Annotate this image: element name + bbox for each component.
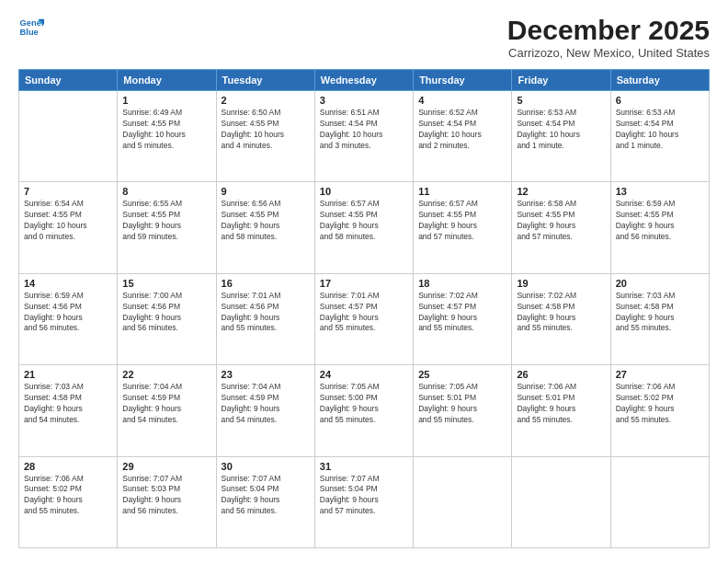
table-row: 9Sunrise: 6:56 AM Sunset: 4:55 PM Daylig… <box>216 182 314 273</box>
table-row: 12Sunrise: 6:58 AM Sunset: 4:55 PM Dayli… <box>512 182 610 273</box>
table-row: 14Sunrise: 6:59 AM Sunset: 4:56 PM Dayli… <box>19 273 118 364</box>
table-row: 10Sunrise: 6:57 AM Sunset: 4:55 PM Dayli… <box>314 182 413 273</box>
day-number: 25 <box>418 369 506 380</box>
month-title: December 2025 <box>507 15 710 46</box>
day-number: 12 <box>517 186 605 197</box>
day-info: Sunrise: 7:05 AM Sunset: 5:00 PM Dayligh… <box>320 382 408 426</box>
col-sunday: Sunday <box>19 70 118 91</box>
header: General Blue December 2025 Carrizozo, Ne… <box>18 15 710 60</box>
table-row: 25Sunrise: 7:05 AM Sunset: 5:01 PM Dayli… <box>414 365 512 456</box>
svg-text:Blue: Blue <box>20 28 39 37</box>
day-info: Sunrise: 7:07 AM Sunset: 5:04 PM Dayligh… <box>320 474 408 518</box>
day-info: Sunrise: 7:00 AM Sunset: 4:56 PM Dayligh… <box>122 291 210 335</box>
calendar-header-row: Sunday Monday Tuesday Wednesday Thursday… <box>19 70 710 91</box>
day-number: 31 <box>320 461 408 472</box>
table-row: 28Sunrise: 7:06 AM Sunset: 5:02 PM Dayli… <box>19 456 118 547</box>
day-number: 15 <box>122 278 210 289</box>
week-row-2: 7Sunrise: 6:54 AM Sunset: 4:55 PM Daylig… <box>19 182 710 273</box>
table-row <box>610 456 709 547</box>
title-block: December 2025 Carrizozo, New Mexico, Uni… <box>507 15 710 60</box>
table-row: 19Sunrise: 7:02 AM Sunset: 4:58 PM Dayli… <box>512 273 610 364</box>
table-row: 29Sunrise: 7:07 AM Sunset: 5:03 PM Dayli… <box>118 456 216 547</box>
day-info: Sunrise: 7:06 AM Sunset: 5:02 PM Dayligh… <box>616 382 704 426</box>
col-tuesday: Tuesday <box>216 70 314 91</box>
day-info: Sunrise: 7:05 AM Sunset: 5:01 PM Dayligh… <box>418 382 506 426</box>
table-row: 21Sunrise: 7:03 AM Sunset: 4:58 PM Dayli… <box>19 365 118 456</box>
table-row: 27Sunrise: 7:06 AM Sunset: 5:02 PM Dayli… <box>610 365 709 456</box>
logo-icon: General Blue <box>18 15 44 40</box>
table-row: 13Sunrise: 6:59 AM Sunset: 4:55 PM Dayli… <box>610 182 709 273</box>
day-number: 13 <box>616 186 704 197</box>
day-info: Sunrise: 7:06 AM Sunset: 5:01 PM Dayligh… <box>517 382 605 426</box>
table-row <box>512 456 610 547</box>
table-row: 17Sunrise: 7:01 AM Sunset: 4:57 PM Dayli… <box>314 273 413 364</box>
day-number: 14 <box>24 278 112 289</box>
day-info: Sunrise: 7:02 AM Sunset: 4:57 PM Dayligh… <box>418 291 506 335</box>
day-info: Sunrise: 6:53 AM Sunset: 4:54 PM Dayligh… <box>616 108 704 152</box>
day-number: 23 <box>222 369 310 380</box>
day-info: Sunrise: 6:49 AM Sunset: 4:55 PM Dayligh… <box>122 108 210 152</box>
table-row <box>19 91 118 182</box>
day-number: 6 <box>616 95 704 106</box>
day-number: 7 <box>24 186 112 197</box>
table-row: 2Sunrise: 6:50 AM Sunset: 4:55 PM Daylig… <box>216 91 314 182</box>
week-row-5: 28Sunrise: 7:06 AM Sunset: 5:02 PM Dayli… <box>19 456 710 547</box>
day-info: Sunrise: 6:54 AM Sunset: 4:55 PM Dayligh… <box>24 199 112 243</box>
table-row: 18Sunrise: 7:02 AM Sunset: 4:57 PM Dayli… <box>414 273 512 364</box>
day-number: 10 <box>320 186 408 197</box>
table-row: 6Sunrise: 6:53 AM Sunset: 4:54 PM Daylig… <box>610 91 709 182</box>
day-number: 17 <box>320 278 408 289</box>
day-info: Sunrise: 6:53 AM Sunset: 4:54 PM Dayligh… <box>517 108 605 152</box>
table-row: 20Sunrise: 7:03 AM Sunset: 4:58 PM Dayli… <box>610 273 709 364</box>
table-row <box>414 456 512 547</box>
week-row-3: 14Sunrise: 6:59 AM Sunset: 4:56 PM Dayli… <box>19 273 710 364</box>
col-friday: Friday <box>512 70 610 91</box>
day-info: Sunrise: 7:04 AM Sunset: 4:59 PM Dayligh… <box>122 382 210 426</box>
table-row: 8Sunrise: 6:55 AM Sunset: 4:55 PM Daylig… <box>118 182 216 273</box>
day-info: Sunrise: 7:03 AM Sunset: 4:58 PM Dayligh… <box>24 382 112 426</box>
day-number: 27 <box>616 369 704 380</box>
day-number: 26 <box>517 369 605 380</box>
day-info: Sunrise: 6:58 AM Sunset: 4:55 PM Dayligh… <box>517 199 605 243</box>
day-info: Sunrise: 6:59 AM Sunset: 4:55 PM Dayligh… <box>616 199 704 243</box>
week-row-4: 21Sunrise: 7:03 AM Sunset: 4:58 PM Dayli… <box>19 365 710 456</box>
day-number: 11 <box>418 186 506 197</box>
calendar-table: Sunday Monday Tuesday Wednesday Thursday… <box>18 69 710 548</box>
day-number: 1 <box>122 95 210 106</box>
day-number: 19 <box>517 278 605 289</box>
day-number: 30 <box>222 461 310 472</box>
day-number: 16 <box>222 278 310 289</box>
day-info: Sunrise: 7:06 AM Sunset: 5:02 PM Dayligh… <box>24 474 112 518</box>
day-info: Sunrise: 7:04 AM Sunset: 4:59 PM Dayligh… <box>222 382 310 426</box>
day-number: 18 <box>418 278 506 289</box>
table-row: 24Sunrise: 7:05 AM Sunset: 5:00 PM Dayli… <box>314 365 413 456</box>
week-row-1: 1Sunrise: 6:49 AM Sunset: 4:55 PM Daylig… <box>19 91 710 182</box>
col-thursday: Thursday <box>414 70 512 91</box>
col-saturday: Saturday <box>610 70 709 91</box>
day-info: Sunrise: 7:07 AM Sunset: 5:03 PM Dayligh… <box>122 474 210 518</box>
day-info: Sunrise: 7:02 AM Sunset: 4:58 PM Dayligh… <box>517 291 605 335</box>
day-info: Sunrise: 7:03 AM Sunset: 4:58 PM Dayligh… <box>616 291 704 335</box>
day-info: Sunrise: 6:52 AM Sunset: 4:54 PM Dayligh… <box>418 108 506 152</box>
table-row: 1Sunrise: 6:49 AM Sunset: 4:55 PM Daylig… <box>118 91 216 182</box>
table-row: 16Sunrise: 7:01 AM Sunset: 4:56 PM Dayli… <box>216 273 314 364</box>
table-row: 3Sunrise: 6:51 AM Sunset: 4:54 PM Daylig… <box>314 91 413 182</box>
day-info: Sunrise: 6:50 AM Sunset: 4:55 PM Dayligh… <box>222 108 310 152</box>
day-number: 29 <box>122 461 210 472</box>
day-number: 22 <box>122 369 210 380</box>
day-info: Sunrise: 7:01 AM Sunset: 4:56 PM Dayligh… <box>222 291 310 335</box>
day-number: 28 <box>24 461 112 472</box>
day-number: 5 <box>517 95 605 106</box>
day-number: 9 <box>222 186 310 197</box>
day-number: 4 <box>418 95 506 106</box>
table-row: 5Sunrise: 6:53 AM Sunset: 4:54 PM Daylig… <box>512 91 610 182</box>
table-row: 31Sunrise: 7:07 AM Sunset: 5:04 PM Dayli… <box>314 456 413 547</box>
day-info: Sunrise: 6:57 AM Sunset: 4:55 PM Dayligh… <box>418 199 506 243</box>
day-info: Sunrise: 6:51 AM Sunset: 4:54 PM Dayligh… <box>320 108 408 152</box>
day-info: Sunrise: 6:55 AM Sunset: 4:55 PM Dayligh… <box>122 199 210 243</box>
day-info: Sunrise: 6:59 AM Sunset: 4:56 PM Dayligh… <box>24 291 112 335</box>
day-number: 20 <box>616 278 704 289</box>
day-info: Sunrise: 7:01 AM Sunset: 4:57 PM Dayligh… <box>320 291 408 335</box>
table-row: 23Sunrise: 7:04 AM Sunset: 4:59 PM Dayli… <box>216 365 314 456</box>
table-row: 22Sunrise: 7:04 AM Sunset: 4:59 PM Dayli… <box>118 365 216 456</box>
